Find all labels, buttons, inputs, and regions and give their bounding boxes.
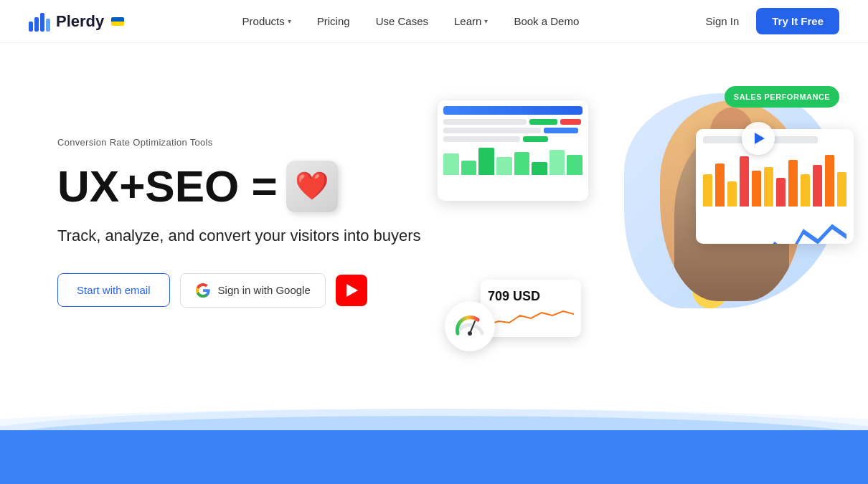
price-card: 709 USD	[481, 280, 581, 337]
hero-illustration: SALES PERFORMANCE	[438, 86, 839, 359]
speedometer-icon	[452, 308, 488, 344]
sales-badge: SALES PERFORMANCE	[725, 86, 839, 108]
hero-subtitle: Conversion Rate Optimization Tools	[57, 137, 421, 148]
logo[interactable]: Plerdy	[29, 11, 124, 32]
main-nav: Products ▾ Pricing Use Cases Learn ▾ Boo…	[231, 9, 591, 33]
speedometer-card	[445, 301, 495, 351]
analytics-line-chart	[703, 207, 846, 244]
nav-pricing[interactable]: Pricing	[306, 9, 362, 33]
heart-cube: ❤️	[286, 161, 338, 212]
hero-left: Conversion Rate Optimization Tools UX+SE…	[57, 137, 421, 308]
dashboard-card	[438, 100, 588, 201]
video-play-button[interactable]	[742, 122, 775, 155]
chevron-down-icon: ▾	[484, 17, 488, 25]
play-icon	[755, 133, 765, 144]
google-signin-button[interactable]: Sign in with Google	[180, 273, 326, 308]
chevron-down-icon: ▾	[288, 17, 291, 25]
hero-section: Conversion Rate Optimization Tools UX+SE…	[0, 43, 868, 387]
header-actions: Sign In Try It Free	[697, 8, 839, 34]
wave-section	[0, 402, 868, 484]
hero-headline: UX+SEO = ❤️	[57, 161, 421, 212]
nav-learn[interactable]: Learn ▾	[443, 9, 499, 33]
youtube-button[interactable]	[336, 275, 367, 306]
hero-tagline: Track, analyze, and convert your visitor…	[57, 225, 421, 247]
google-icon	[195, 283, 211, 298]
nav-use-cases[interactable]: Use Cases	[364, 9, 440, 33]
nav-book-demo[interactable]: Book a Demo	[502, 9, 590, 33]
logo-icon	[29, 11, 50, 32]
analytics-card	[696, 129, 854, 244]
wave-bg	[0, 430, 868, 484]
ukraine-flag	[111, 17, 124, 26]
header: Plerdy Products ▾ Pricing Use Cases Lear…	[0, 0, 868, 43]
nav-products[interactable]: Products ▾	[231, 9, 303, 33]
logo-text: Plerdy	[56, 12, 104, 31]
try-free-button[interactable]: Try It Free	[756, 8, 839, 34]
start-email-button[interactable]: Start with email	[57, 273, 170, 307]
sign-in-button[interactable]: Sign In	[697, 9, 748, 33]
hero-actions: Start with email Sign in with Google	[57, 273, 421, 308]
price-mini-chart	[488, 307, 574, 328]
play-icon	[346, 284, 358, 297]
